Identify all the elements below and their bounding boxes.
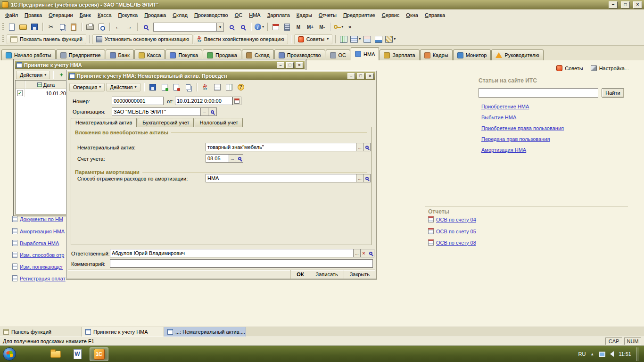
operation-menu-button[interactable]: Операция ▾	[69, 83, 105, 91]
responsible-field[interactable]	[110, 249, 354, 257]
list-actions-menu-button[interactable]: Действия ▾	[16, 71, 50, 79]
tab-monitor[interactable]: Монитор	[453, 49, 491, 60]
its-link-rights-acquisition[interactable]: Приобретение права пользования	[481, 125, 564, 131]
menu-warehouse[interactable]: Склад	[169, 10, 191, 20]
write-button[interactable]: Записать	[310, 270, 344, 279]
organization-field[interactable]	[112, 107, 201, 116]
volume-icon[interactable]	[610, 351, 614, 357]
number-field[interactable]	[112, 97, 164, 105]
panel-tips-button[interactable]: Советы	[556, 65, 583, 71]
help-button[interactable]: ?	[236, 82, 246, 92]
cancel-posting-button[interactable]	[171, 82, 182, 92]
list-close-button[interactable]: ×	[296, 62, 303, 68]
menu-nma[interactable]: НМА	[246, 10, 264, 20]
table-settings-button[interactable]: ▾	[385, 34, 396, 44]
save-document-button[interactable]	[148, 82, 158, 92]
amortization-method-field[interactable]	[206, 174, 356, 182]
responsible-clear-button[interactable]: ×	[361, 249, 367, 257]
back-button[interactable]: ←	[113, 22, 123, 32]
toolbar-grip[interactable]	[2, 23, 4, 31]
its-search-input[interactable]	[479, 88, 598, 98]
dialog-maximize-button[interactable]: □	[357, 73, 364, 79]
menu-cash[interactable]: Касса	[94, 10, 115, 20]
print-button[interactable]	[85, 22, 95, 32]
copy-document-button[interactable]	[183, 82, 193, 92]
method-open-button[interactable]	[363, 174, 371, 182]
menu-fixed-assets[interactable]: ОС	[231, 10, 246, 20]
sidebar-link-nma-output[interactable]: Выработка НМА	[12, 240, 59, 246]
combobox-dropdown-button[interactable]: ▾	[216, 23, 223, 31]
debit-credit-button[interactable]: ДтКт	[200, 82, 211, 92]
clock[interactable]: 11:51	[619, 351, 631, 357]
close-dialog-button[interactable]: Закрыть	[344, 270, 375, 279]
enter-business-operation-button[interactable]: ДтКт Ввести хозяйственную операцию	[194, 34, 288, 44]
toolbar-grip[interactable]	[2, 35, 4, 43]
find-previous-button[interactable]	[238, 22, 248, 32]
date-column-header[interactable]: Дата	[25, 81, 67, 89]
maximize-button[interactable]: □	[621, 1, 630, 8]
search-input[interactable]	[154, 23, 216, 31]
list-maximize-button[interactable]: □	[286, 62, 294, 68]
paste-button[interactable]	[68, 22, 79, 32]
sidebar-link-nma-documents[interactable]: Документы по НМ	[12, 216, 63, 222]
its-link-rights-transfer[interactable]: Передача прав пользования	[481, 136, 550, 142]
nma-open-button[interactable]	[363, 143, 371, 151]
organization-open-button[interactable]	[208, 107, 217, 116]
its-find-button[interactable]: Найти	[602, 88, 624, 98]
organization-select-button[interactable]: ...	[201, 107, 208, 116]
menu-salary[interactable]: Зарплата	[264, 10, 293, 20]
find-next-button[interactable]	[226, 22, 237, 32]
set-main-organization-button[interactable]: Установить основную организацию	[92, 34, 193, 44]
its-link-nma-amortization[interactable]: Амортизация НМА	[481, 147, 526, 153]
open-button[interactable]	[18, 22, 28, 32]
pivot-table-button[interactable]: ▾	[350, 34, 361, 44]
report-link-osv-05[interactable]: ОСВ по счету 05	[428, 228, 476, 234]
nma-field[interactable]	[206, 143, 356, 151]
hidden-icons-button[interactable]: ▲	[590, 352, 594, 356]
tab-manager[interactable]: Руководителю	[491, 49, 543, 60]
network-icon[interactable]	[599, 352, 605, 357]
menu-windows[interactable]: Окна	[403, 10, 421, 20]
dialog-titlebar[interactable]: Принятие к учету НМА: Нематериальный акт…	[68, 72, 375, 80]
memory-minus-button[interactable]: М-	[317, 22, 327, 32]
date-field[interactable]	[175, 97, 232, 105]
toolbar-overflow-button[interactable]: »	[345, 22, 355, 32]
its-link-nma-disposal[interactable]: Выбытие НМА	[481, 115, 516, 120]
menu-file[interactable]: Файл	[2, 10, 21, 20]
find-button[interactable]	[140, 22, 151, 32]
dialog-tab-nma[interactable]: Нематериальный актив	[71, 118, 137, 127]
status-column-header[interactable]	[16, 81, 25, 89]
tab-nma[interactable]: НМА	[351, 47, 379, 60]
account-field[interactable]	[206, 154, 229, 163]
forward-button[interactable]: →	[124, 22, 134, 32]
menu-enterprise[interactable]: Предприятие	[340, 10, 379, 20]
nma-select-button[interactable]: ...	[356, 143, 363, 151]
chart-button[interactable]	[373, 34, 384, 44]
tab-salary[interactable]: Зарплата	[380, 49, 419, 60]
calculator-button[interactable]	[282, 22, 292, 32]
sidebar-link-payment-registration[interactable]: Регистрация оплат	[12, 275, 66, 281]
menu-hr[interactable]: Кадры	[293, 10, 315, 20]
minimize-button[interactable]: –	[609, 1, 618, 8]
dialog-minimize-button[interactable]: –	[347, 73, 355, 79]
show-functions-panel-button[interactable]: Показать панель функций	[7, 34, 86, 44]
memory-recall-button[interactable]: М	[293, 22, 304, 32]
account-select-button[interactable]: ...	[229, 154, 236, 163]
menu-purchase[interactable]: Покупка	[115, 10, 141, 20]
method-select-button[interactable]: ...	[356, 174, 363, 182]
structure-button[interactable]	[224, 82, 234, 92]
dialog-tab-tax[interactable]: Налоговый учет	[195, 118, 243, 127]
menu-operations[interactable]: Операции	[45, 10, 76, 20]
menu-help[interactable]: Справка	[421, 10, 448, 20]
account-open-button[interactable]	[236, 154, 243, 163]
add-document-button[interactable]: +	[56, 70, 66, 80]
start-button[interactable]	[3, 347, 16, 361]
search-combobox[interactable]: ▾	[153, 23, 224, 32]
tips-menu-button[interactable]: Советы ▾	[294, 34, 333, 44]
print-preview-button[interactable]	[96, 22, 107, 32]
close-button[interactable]: ×	[633, 1, 642, 8]
memory-plus-button[interactable]: М+	[305, 22, 316, 32]
dialog-tab-accounting[interactable]: Бухгалтерский учет	[138, 118, 194, 127]
list-minimize-button[interactable]: –	[277, 62, 284, 68]
spreadsheet-button[interactable]	[339, 34, 349, 44]
